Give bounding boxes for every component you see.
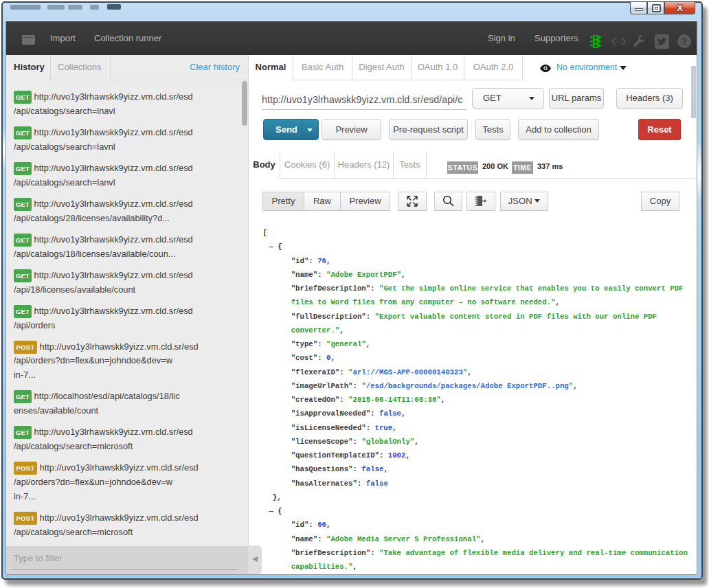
svg-text:?: ? [682,36,688,47]
